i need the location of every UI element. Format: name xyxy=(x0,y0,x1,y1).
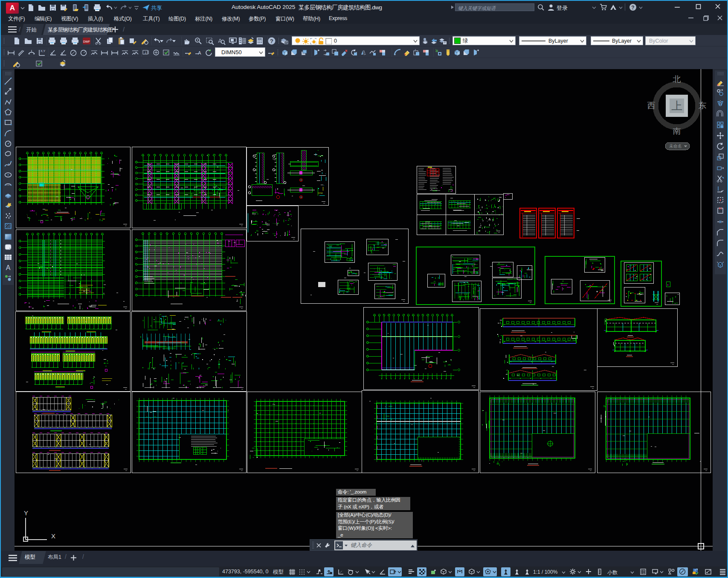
svg-text:DWF: DWF xyxy=(83,40,90,43)
svg-text:X: X xyxy=(51,532,55,540)
svg-text:A: A xyxy=(6,264,11,271)
svg-text:?: ? xyxy=(270,38,273,44)
svg-text:南: 南 xyxy=(673,127,681,136)
svg-text:上: 上 xyxy=(671,99,682,112)
svg-text:.1: .1 xyxy=(144,51,147,54)
svg-text:北: 北 xyxy=(673,75,681,84)
svg-text:东: 东 xyxy=(699,101,707,110)
svg-text:未命名: 未命名 xyxy=(669,144,682,148)
svg-text:西: 西 xyxy=(647,101,655,110)
svg-text:?: ? xyxy=(631,5,634,11)
svg-text:X,Y: X,Y xyxy=(41,49,46,52)
svg-text:Y: Y xyxy=(24,509,28,517)
svg-text:A: A xyxy=(198,50,201,55)
